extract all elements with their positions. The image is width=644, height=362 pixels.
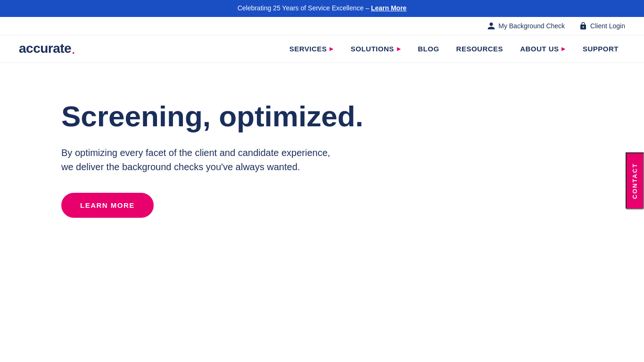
nav-about-us[interactable]: ABOUT US ▶ xyxy=(513,40,572,58)
chevron-down-icon: ▶ xyxy=(561,46,566,51)
logo-text: accurate xyxy=(19,41,71,56)
hero-subtitle: By optimizing every facet of the client … xyxy=(61,146,382,174)
nav-blog[interactable]: BLOG xyxy=(411,40,446,58)
chevron-down-icon: ▶ xyxy=(330,46,334,51)
announcement-bar: Celebrating 25 Years of Service Excellen… xyxy=(0,0,644,17)
chevron-down-icon: ▶ xyxy=(397,46,401,51)
main-nav: SERVICES ▶ SOLUTIONS ▶ BLOG RESOURCES AB… xyxy=(283,40,625,58)
client-login-label: Client Login xyxy=(590,22,625,30)
nav-solutions[interactable]: SOLUTIONS ▶ xyxy=(344,40,408,58)
nav-support[interactable]: SUPPORT xyxy=(576,40,625,58)
my-background-check-link[interactable]: My Background Check xyxy=(487,22,565,30)
nav-resources[interactable]: RESOURCES xyxy=(450,40,510,58)
logo-dot: . xyxy=(71,41,75,56)
lock-icon xyxy=(579,22,587,30)
learn-more-button[interactable]: LEARN MORE xyxy=(61,193,154,218)
hero-subtitle-line1: By optimizing every facet of the client … xyxy=(61,148,330,158)
hero-subtitle-line2: we deliver the background checks you've … xyxy=(61,162,300,172)
announcement-text: Celebrating 25 Years of Service Excellen… xyxy=(238,4,371,12)
hero-section: Screening, optimized. By optimizing ever… xyxy=(0,63,519,246)
client-login-link[interactable]: Client Login xyxy=(579,22,625,30)
main-header: accurate. SERVICES ▶ SOLUTIONS ▶ BLOG RE… xyxy=(0,35,644,63)
person-icon xyxy=(487,22,495,30)
hero-title: Screening, optimized. xyxy=(61,100,500,132)
logo[interactable]: accurate. xyxy=(19,41,75,56)
utility-nav: My Background Check Client Login xyxy=(0,17,644,35)
announcement-link[interactable]: Learn More xyxy=(371,4,406,12)
my-background-check-label: My Background Check xyxy=(498,22,565,30)
contact-sidebar-button[interactable]: CONTACT xyxy=(626,153,644,210)
nav-services[interactable]: SERVICES ▶ xyxy=(283,40,340,58)
